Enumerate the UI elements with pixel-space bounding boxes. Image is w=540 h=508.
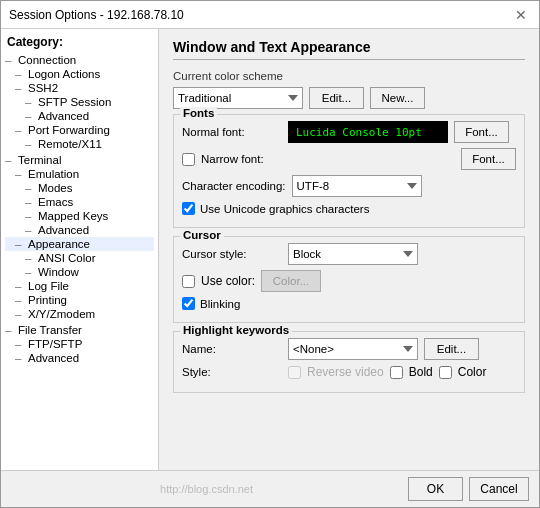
sidebar-item-emulation[interactable]: ─Emulation [5,167,154,181]
cursor-color-row: Use color: Color... [182,270,516,292]
narrow-font-button[interactable]: Font... [461,148,516,170]
cursor-blinking-row: Blinking [182,297,516,310]
encoding-row: Character encoding: UTF-8 [182,175,516,197]
cursor-style-row: Cursor style: Block [182,243,516,265]
panel-title: Window and Text Appearance [173,39,525,60]
cursor-style-label: Cursor style: [182,248,282,260]
sidebar-item-log-file[interactable]: ─Log File [5,279,154,293]
unicode-checkbox[interactable] [182,202,195,215]
normal-font-label: Normal font: [182,126,282,138]
narrow-font-checkbox[interactable] [182,153,195,166]
highlight-section: Highlight keywords Name: <None> Edit... … [173,331,525,393]
highlight-name-label: Name: [182,343,282,355]
sidebar-item-file-transfer[interactable]: ─File Transfer [5,323,154,337]
window-title: Session Options - 192.168.78.10 [9,8,184,22]
close-button[interactable]: ✕ [511,7,531,23]
sidebar-item-modes[interactable]: ─Modes [5,181,154,195]
bold-checkbox[interactable] [390,366,403,379]
highlight-style-row: Style: Reverse video Bold Color [182,365,516,379]
reverse-video-label: Reverse video [307,365,384,379]
color-scheme-select[interactable]: Traditional [173,87,303,109]
color-scheme-row: Traditional Edit... New... [173,87,525,109]
cursor-blinking-checkbox[interactable] [182,297,195,310]
cursor-style-select[interactable]: Block [288,243,418,265]
narrow-font-row: Narrow font: Font... [182,148,516,170]
sidebar-item-mapped-keys[interactable]: ─Mapped Keys [5,209,154,223]
session-options-window: Session Options - 192.168.78.10 ✕ Catego… [0,0,540,508]
cursor-color-button[interactable]: Color... [261,270,321,292]
sidebar-item-advanced[interactable]: ─Advanced [5,109,154,123]
fonts-section: Fonts Normal font: Lucida Console 10pt F… [173,114,525,228]
sidebar-item-xy-zmodem[interactable]: ─X/Y/Zmodem [5,307,154,321]
cursor-color-checkbox[interactable] [182,275,195,288]
sidebar-item-port-forwarding[interactable]: ─Port Forwarding [5,123,154,137]
main-panel: Window and Text Appearance Current color… [159,29,539,470]
narrow-font-label: Narrow font: [201,153,301,165]
color-checkbox[interactable] [439,366,452,379]
normal-font-button[interactable]: Font... [454,121,509,143]
sidebar-item-ssh2[interactable]: ─SSH2 [5,81,154,95]
color-scheme-edit-button[interactable]: Edit... [309,87,364,109]
content-area: Category: ─Connection ─Logon Actions ─SS… [1,29,539,470]
title-bar: Session Options - 192.168.78.10 ✕ [1,1,539,29]
cursor-section: Cursor Cursor style: Block Use color: Co… [173,236,525,323]
encoding-label: Character encoding: [182,180,286,192]
highlight-name-row: Name: <None> Edit... [182,338,516,360]
fonts-label: Fonts [180,107,217,119]
reverse-video-checkbox[interactable] [288,366,301,379]
highlight-name-select[interactable]: <None> [288,338,418,360]
sidebar-item-sftp-session[interactable]: ─SFTP Session [5,95,154,109]
ok-button[interactable]: OK [408,477,463,501]
sidebar-item-window[interactable]: ─Window [5,265,154,279]
highlight-style-options: Reverse video Bold Color [288,365,486,379]
category-header: Category: [5,35,154,49]
color-scheme-new-button[interactable]: New... [370,87,425,109]
sidebar-item-ansi-color[interactable]: ─ANSI Color [5,251,154,265]
sidebar-item-appearance[interactable]: ─Appearance [5,237,154,251]
highlight-style-label: Style: [182,366,282,378]
unicode-row: Use Unicode graphics characters [182,202,516,215]
unicode-label: Use Unicode graphics characters [200,203,369,215]
sidebar-item-advanced2[interactable]: ─Advanced [5,223,154,237]
cursor-use-color-label: Use color: [201,274,255,288]
cursor-label: Cursor [180,229,224,241]
bold-label: Bold [409,365,433,379]
sidebar-item-terminal[interactable]: ─Terminal [5,153,154,167]
sidebar-item-emacs[interactable]: ─Emacs [5,195,154,209]
cursor-blinking-label: Blinking [200,298,240,310]
cancel-button[interactable]: Cancel [469,477,529,501]
sidebar-item-remote-x11[interactable]: ─Remote/X11 [5,137,154,151]
normal-font-display: Lucida Console 10pt [288,121,448,143]
sidebar-item-connection[interactable]: ─Connection [5,53,154,67]
normal-font-row: Normal font: Lucida Console 10pt Font... [182,121,516,143]
sidebar-item-advanced3[interactable]: ─Advanced [5,351,154,365]
watermark: http://blog.csdn.net [11,483,402,495]
sidebar: Category: ─Connection ─Logon Actions ─SS… [1,29,159,470]
color-scheme-label: Current color scheme [173,70,525,82]
highlight-edit-button[interactable]: Edit... [424,338,479,360]
sidebar-item-printing[interactable]: ─Printing [5,293,154,307]
color-label: Color [458,365,487,379]
encoding-select[interactable]: UTF-8 [292,175,422,197]
sidebar-item-logon-actions[interactable]: ─Logon Actions [5,67,154,81]
highlight-label: Highlight keywords [180,324,292,336]
footer: http://blog.csdn.net OK Cancel [1,470,539,507]
sidebar-item-ftp-sftp[interactable]: ─FTP/SFTP [5,337,154,351]
